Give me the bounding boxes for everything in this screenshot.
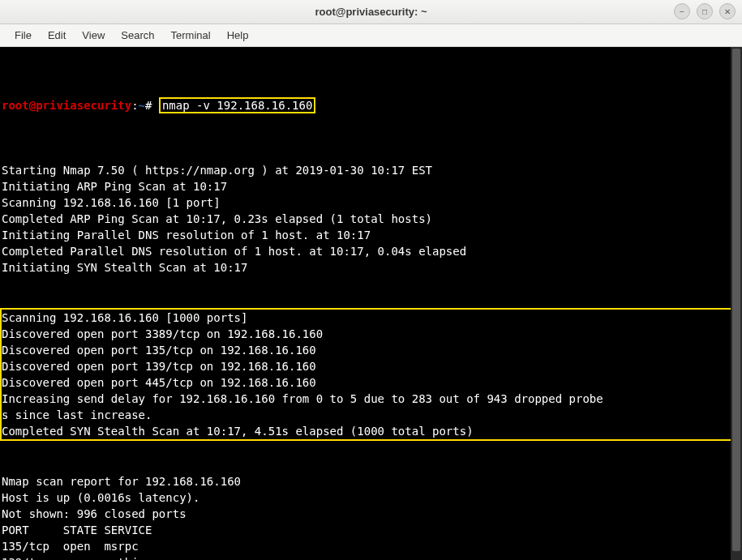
minimize-button[interactable]: − — [674, 3, 690, 19]
output-pre-line: Initiating ARP Ping Scan at 10:17 — [2, 178, 742, 195]
output-pre-line: Starting Nmap 7.50 ( https://nmap.org ) … — [2, 162, 742, 178]
output-post-line: 139/tcp open netbios-ssn — [2, 554, 742, 560]
close-button[interactable]: ✕ — [719, 3, 736, 19]
output-highlight-block: Scanning 192.168.16.160 [1000 ports]Disc… — [0, 308, 742, 441]
output-highlight-line: Scanning 192.168.16.160 [1000 ports] — [2, 310, 740, 326]
output-highlight-line: Discovered open port 445/tcp on 192.168.… — [2, 374, 740, 391]
prompt-line-1: root@priviasecurity:~# nmap -v 192.168.1… — [2, 97, 742, 113]
output-pre-line — [2, 146, 742, 162]
output-highlight-line: Completed SYN Stealth Scan at 10:17, 4.5… — [2, 423, 740, 439]
output-pre-block: Starting Nmap 7.50 ( https://nmap.org ) … — [2, 146, 742, 276]
menu-search[interactable]: Search — [113, 26, 162, 45]
menu-view[interactable]: View — [74, 26, 113, 45]
output-highlight-line: s since last increase. — [2, 407, 740, 423]
menubar: File Edit View Search Terminal Help — [0, 24, 742, 47]
prompt-hash: # — [145, 99, 152, 112]
output-pre-line: Completed ARP Ping Scan at 10:17, 0.23s … — [2, 211, 742, 227]
maximize-icon: □ — [702, 7, 707, 16]
output-highlight-line: Increasing send delay for 192.168.16.160… — [2, 391, 740, 407]
window-titlebar: root@priviasecurity: ~ − □ ✕ — [0, 0, 742, 24]
prompt-colon: : — [131, 99, 138, 112]
output-post-line: Nmap scan report for 192.168.16.160 — [2, 473, 742, 489]
menu-help[interactable]: Help — [219, 26, 257, 45]
prompt-user: root — [2, 99, 29, 112]
prompt-host: priviasecurity — [36, 99, 131, 112]
output-post-block: Nmap scan report for 192.168.16.160Host … — [2, 473, 742, 560]
output-pre-line: Initiating Parallel DNS resolution of 1 … — [2, 227, 742, 243]
scrollbar[interactable] — [731, 47, 742, 560]
output-post-line: PORT STATE SERVICE — [2, 522, 742, 538]
close-icon: ✕ — [724, 7, 731, 16]
output-pre-line: Scanning 192.168.16.160 [1 port] — [2, 195, 742, 211]
output-post-line: 135/tcp open msrpc — [2, 538, 742, 554]
output-pre-line: Completed Parallel DNS resolution of 1 h… — [2, 243, 742, 259]
output-highlight-line: Discovered open port 139/tcp on 192.168.… — [2, 358, 740, 374]
output-post-line: Not shown: 996 closed ports — [2, 506, 742, 522]
output-pre-line: Initiating SYN Stealth Scan at 10:17 — [2, 259, 742, 276]
prompt-path: ~ — [139, 99, 145, 112]
menu-file[interactable]: File — [6, 26, 40, 45]
maximize-button[interactable]: □ — [697, 3, 713, 19]
window-controls: − □ ✕ — [674, 3, 736, 19]
output-highlight-line: Discovered open port 3389/tcp on 192.168… — [2, 326, 740, 342]
command-highlight: nmap -v 192.168.16.160 — [159, 97, 315, 113]
prompt-at: @ — [29, 99, 36, 112]
window-title: root@priviasecurity: ~ — [315, 6, 427, 18]
output-post-line: Host is up (0.0016s latency). — [2, 489, 742, 506]
menu-edit[interactable]: Edit — [40, 26, 74, 45]
menu-terminal[interactable]: Terminal — [163, 26, 219, 45]
output-highlight-line: Discovered open port 135/tcp on 192.168.… — [2, 342, 740, 358]
terminal-area[interactable]: root@priviasecurity:~# nmap -v 192.168.1… — [0, 47, 742, 560]
minimize-icon: − — [680, 7, 684, 16]
scrollbar-thumb[interactable] — [732, 49, 740, 551]
